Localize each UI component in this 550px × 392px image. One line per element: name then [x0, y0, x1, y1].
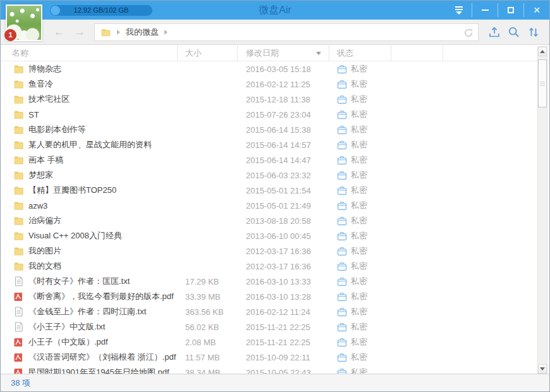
breadcrumb-root[interactable]: 我的微盘 — [126, 27, 159, 38]
file-name: 我的文档 — [28, 260, 61, 272]
chevron-down-icon[interactable] — [316, 52, 321, 55]
file-name-cell: 《汉语詈词研究》（刘福根着 浙江）.pdf — [1, 352, 178, 363]
column-header-modified[interactable]: 修改日期 — [238, 45, 329, 61]
file-name-cell: 《小王子》中文版.txt — [1, 321, 178, 333]
file-name-cell: 《金钱至上》作者：四时江南.txt — [1, 306, 178, 317]
private-icon — [337, 64, 347, 74]
folder-icon — [13, 200, 24, 211]
status-badge: 私密 — [329, 352, 424, 363]
status-badge: 私密 — [329, 139, 424, 150]
status-label: 私密 — [351, 124, 367, 135]
scrollbar-thumb[interactable] — [538, 59, 547, 107]
maximize-icon — [508, 7, 514, 13]
file-row[interactable]: 技术宅社区 2015-12-18 11:38 私密 — [1, 92, 549, 107]
minimize-button[interactable] — [472, 1, 498, 20]
status-label: 私密 — [351, 336, 367, 348]
private-icon — [337, 110, 347, 119]
titlebar: 微盘Air 12.92 GB/102 GB ✕ — [1, 1, 549, 20]
status-badge: 私密 — [329, 124, 424, 135]
file-modified-date: 2015-06-14 14:57 — [238, 140, 329, 150]
notification-badge[interactable]: 1 — [4, 29, 16, 41]
column-header-status[interactable]: 状态 — [329, 45, 391, 61]
file-modified-date: 2015-12-18 11:38 — [238, 95, 329, 104]
status-badge: 私密 — [329, 306, 424, 317]
file-row[interactable]: 《时有女子》作者：匡匡.txt 17.29 KB 2016-03-10 13:3… — [1, 274, 549, 289]
file-size: 2.08 MB — [178, 338, 238, 347]
scroll-up-button[interactable] — [538, 47, 547, 56]
status-badge: 私密 — [329, 109, 424, 120]
user-avatar[interactable]: 1 — [6, 4, 42, 41]
private-icon — [337, 277, 347, 286]
file-row[interactable]: ST 2015-07-26 23:04 私密 — [1, 107, 549, 122]
close-button[interactable]: ✕ — [524, 1, 549, 20]
minimize-icon — [482, 9, 489, 11]
column-header-name[interactable]: 名称 — [1, 45, 178, 61]
main-menu-button[interactable] — [446, 1, 472, 20]
status-badge: 私密 — [329, 169, 424, 181]
refresh-icon — [463, 27, 474, 39]
pdf-file-icon — [13, 291, 24, 302]
file-modified-date: 2015-11-21 22:25 — [238, 322, 329, 332]
file-name: 治病偏方 — [28, 215, 61, 226]
folder-icon — [13, 246, 24, 256]
upload-button[interactable] — [487, 25, 501, 39]
file-row[interactable]: 博物杂志 2016-03-05 15:18 私密 — [1, 61, 549, 77]
file-name: 小王子（中文版）.pdf — [28, 336, 108, 348]
search-button[interactable] — [507, 25, 521, 39]
file-name-cell: azw3 — [1, 200, 178, 211]
file-row[interactable]: 【精】豆瓣图书TOP250 2015-05-01 21:54 私密 — [1, 183, 549, 198]
private-icon — [337, 307, 347, 317]
file-row[interactable]: 我的图片 2012-03-17 16:36 私密 — [1, 243, 549, 259]
status-label: 私密 — [351, 230, 367, 242]
private-icon — [337, 201, 347, 211]
scroll-down-button[interactable] — [538, 364, 547, 374]
private-icon — [337, 247, 347, 256]
file-row[interactable]: 我的文档 2012-03-17 16:36 私密 — [1, 259, 549, 274]
file-name: 《汉语詈词研究》（刘福根着 浙江）.pdf — [28, 352, 176, 363]
folder-icon — [13, 170, 24, 180]
file-modified-date: 2016-02-12 11:24 — [238, 307, 329, 317]
pdf-file-icon — [13, 337, 24, 347]
file-row[interactable]: 《汉语詈词研究》（刘福根着 浙江）.pdf 11.57 MB 2015-10-0… — [1, 350, 549, 365]
file-row[interactable]: 电影剧本创作等 2015-06-14 15:38 私密 — [1, 122, 549, 137]
file-modified-date: 2015-07-26 23:04 — [238, 110, 329, 119]
file-name: 技术宅社区 — [28, 94, 70, 105]
file-row[interactable]: Visual C++ 2008入门经典 2013-06-10 00:45 私密 — [1, 228, 549, 243]
txt-file-icon — [13, 276, 24, 286]
folder-icon — [13, 155, 24, 165]
file-modified-date: 2015-05-01 21:54 — [238, 186, 329, 195]
file-row[interactable]: 某人要的机甲、星战文能用的资料 2015-06-14 14:57 私密 — [1, 137, 549, 152]
maximize-button[interactable] — [498, 1, 523, 20]
folder-icon — [13, 140, 24, 150]
file-name-cell: 我的图片 — [1, 245, 178, 257]
status-badge: 私密 — [329, 215, 424, 226]
back-button[interactable]: ← — [54, 26, 64, 39]
file-size: 11.57 MB — [178, 353, 238, 362]
scroll-up-icon — [540, 50, 545, 53]
file-row[interactable]: 小王子（中文版）.pdf 2.08 MB 2015-11-21 22:25 私密 — [1, 334, 549, 350]
status-label: 私密 — [351, 215, 367, 226]
file-row[interactable]: 《金钱至上》作者：四时江南.txt 363.56 KB 2016-02-12 1… — [1, 304, 549, 319]
file-name: 电影剧本创作等 — [28, 124, 86, 135]
file-row[interactable]: 画本 手稿 2015-06-14 14:47 私密 — [1, 152, 549, 168]
status-label: 私密 — [351, 139, 367, 150]
column-header-extra — [443, 45, 549, 61]
file-row[interactable]: 治病偏方 2013-08-18 20:58 私密 — [1, 213, 549, 228]
file-row[interactable]: 鱼音冷 2016-02-12 11:25 私密 — [1, 77, 549, 92]
private-icon — [337, 231, 347, 241]
column-header-size[interactable]: 大小 — [178, 45, 238, 61]
vertical-scrollbar[interactable] — [537, 46, 547, 374]
forward-button[interactable]: → — [75, 26, 85, 39]
file-row[interactable]: azw3 2015-05-01 21:49 私密 — [1, 198, 549, 213]
file-name-cell: 《断舍离》，我迄今看到最好的版本.pdf — [1, 291, 178, 302]
status-label: 私密 — [351, 245, 367, 257]
folder-icon — [13, 216, 24, 226]
private-icon — [337, 125, 347, 135]
file-row[interactable]: 《小王子》中文版.txt 56.02 KB 2015-11-21 22:25 私… — [1, 319, 549, 334]
file-size: 17.29 KB — [178, 277, 238, 286]
transfer-list-button[interactable] — [527, 25, 541, 39]
status-label: 私密 — [351, 260, 367, 272]
file-row[interactable]: 梦想家 2015-06-03 23:32 私密 — [1, 168, 549, 183]
refresh-button[interactable] — [463, 27, 474, 39]
file-row[interactable]: 《断舍离》，我迄今看到最好的版本.pdf 33.39 MB 2016-03-10… — [1, 289, 549, 304]
